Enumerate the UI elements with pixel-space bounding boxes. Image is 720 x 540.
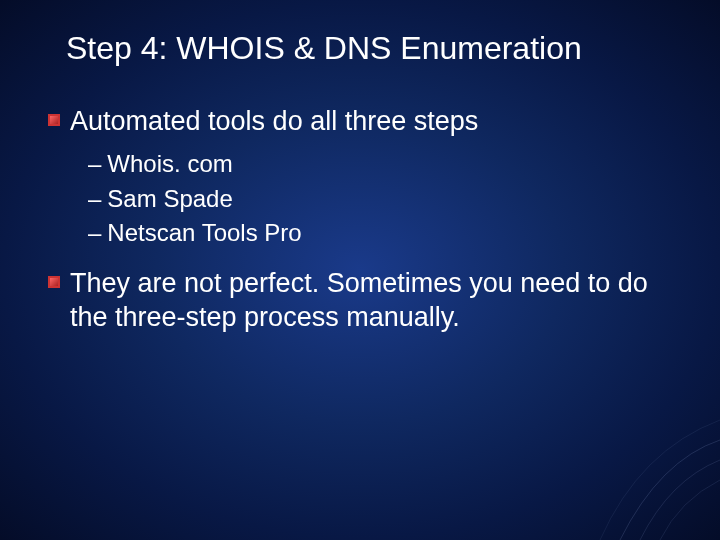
slide-container: Step 4: WHOIS & DNS Enumeration Automate… [0, 0, 720, 540]
bullet-item: Automated tools do all three steps [48, 105, 672, 139]
bullet-text: Automated tools do all three steps [70, 105, 478, 139]
sub-item: – Netscan Tools Pro [88, 216, 672, 251]
bullet-item: They are not perfect. Sometimes you need… [48, 267, 672, 335]
sub-list: – Whois. com – Sam Spade – Netscan Tools… [88, 147, 672, 251]
sub-item: – Whois. com [88, 147, 672, 182]
slide-content: Automated tools do all three steps – Who… [48, 105, 672, 335]
dash-icon: – [88, 182, 101, 217]
bullet-icon [48, 114, 60, 126]
sub-item: – Sam Spade [88, 182, 672, 217]
dash-icon: – [88, 147, 101, 182]
sub-item-text: Sam Spade [107, 182, 232, 217]
sub-item-text: Netscan Tools Pro [107, 216, 301, 251]
bullet-icon [48, 276, 60, 288]
bullet-text: They are not perfect. Sometimes you need… [70, 267, 672, 335]
slide-title: Step 4: WHOIS & DNS Enumeration [48, 30, 672, 67]
sub-item-text: Whois. com [107, 147, 232, 182]
dash-icon: – [88, 216, 101, 251]
